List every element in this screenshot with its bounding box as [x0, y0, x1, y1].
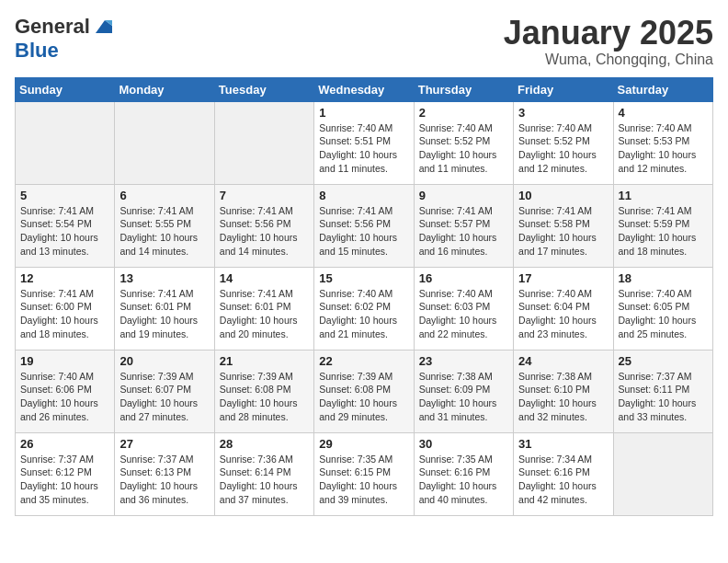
calendar-day-cell: 15Sunrise: 7:40 AM Sunset: 6:02 PM Dayli…: [314, 267, 414, 350]
calendar-day-cell: 2Sunrise: 7:40 AM Sunset: 5:52 PM Daylig…: [414, 101, 513, 184]
calendar-day-cell: 20Sunrise: 7:39 AM Sunset: 6:07 PM Dayli…: [115, 350, 214, 432]
calendar-day-header: Monday: [115, 77, 214, 101]
calendar-day-header: Thursday: [414, 77, 513, 101]
day-number: 21: [220, 354, 309, 368]
calendar-day-cell: 3Sunrise: 7:40 AM Sunset: 5:52 PM Daylig…: [514, 101, 613, 184]
calendar-header-row: SundayMondayTuesdayWednesdayThursdayFrid…: [16, 77, 713, 101]
calendar-day-cell: 4Sunrise: 7:40 AM Sunset: 5:53 PM Daylig…: [613, 101, 712, 184]
day-number: 24: [518, 354, 608, 368]
calendar-week-row: 5Sunrise: 7:41 AM Sunset: 5:54 PM Daylig…: [16, 184, 713, 267]
location: Wuma, Chongqing, China: [504, 52, 713, 68]
title-section: January 2025 Wuma, Chongqing, China: [504, 15, 713, 68]
calendar-day-cell: 5Sunrise: 7:41 AM Sunset: 5:54 PM Daylig…: [16, 184, 115, 267]
calendar-day-cell: 24Sunrise: 7:38 AM Sunset: 6:10 PM Dayli…: [514, 350, 613, 432]
day-info: Sunrise: 7:37 AM Sunset: 6:12 PM Dayligh…: [20, 453, 109, 507]
day-number: 27: [119, 437, 209, 451]
logo: General Blue: [15, 15, 112, 63]
day-info: Sunrise: 7:38 AM Sunset: 6:10 PM Dayligh…: [518, 370, 608, 424]
logo-general-text: General: [15, 15, 90, 39]
day-number: 4: [619, 106, 708, 120]
day-number: 5: [20, 189, 109, 202]
day-info: Sunrise: 7:41 AM Sunset: 5:54 PM Dayligh…: [20, 204, 109, 259]
day-number: 18: [619, 271, 708, 285]
day-number: 11: [619, 189, 708, 202]
day-number: 25: [619, 354, 708, 368]
day-number: 15: [319, 271, 408, 285]
day-info: Sunrise: 7:40 AM Sunset: 5:52 PM Dayligh…: [518, 121, 608, 176]
day-number: 1: [319, 106, 408, 120]
day-number: 17: [518, 271, 608, 285]
calendar-day-cell: 7Sunrise: 7:41 AM Sunset: 5:56 PM Daylig…: [214, 184, 313, 267]
calendar-day-cell: 9Sunrise: 7:41 AM Sunset: 5:57 PM Daylig…: [414, 184, 513, 267]
day-number: 30: [419, 437, 508, 451]
calendar-week-row: 26Sunrise: 7:37 AM Sunset: 6:12 PM Dayli…: [16, 432, 713, 515]
day-number: 12: [20, 271, 109, 285]
day-info: Sunrise: 7:38 AM Sunset: 6:09 PM Dayligh…: [419, 370, 508, 424]
day-number: 31: [518, 437, 608, 451]
day-info: Sunrise: 7:40 AM Sunset: 5:51 PM Dayligh…: [319, 121, 408, 176]
day-info: Sunrise: 7:34 AM Sunset: 6:16 PM Dayligh…: [518, 453, 608, 507]
day-number: 3: [518, 106, 608, 120]
day-info: Sunrise: 7:39 AM Sunset: 6:08 PM Dayligh…: [220, 370, 309, 424]
day-info: Sunrise: 7:41 AM Sunset: 5:55 PM Dayligh…: [119, 204, 209, 259]
day-info: Sunrise: 7:39 AM Sunset: 6:07 PM Dayligh…: [119, 370, 209, 424]
calendar-day-cell: 26Sunrise: 7:37 AM Sunset: 6:12 PM Dayli…: [16, 432, 115, 515]
day-number: 16: [419, 271, 508, 285]
day-number: 19: [20, 354, 109, 368]
day-info: Sunrise: 7:40 AM Sunset: 6:02 PM Dayligh…: [319, 287, 408, 341]
day-info: Sunrise: 7:40 AM Sunset: 6:06 PM Dayligh…: [20, 370, 109, 424]
day-number: 14: [220, 271, 309, 285]
day-info: Sunrise: 7:37 AM Sunset: 6:13 PM Dayligh…: [119, 453, 209, 507]
calendar-day-cell: 31Sunrise: 7:34 AM Sunset: 6:16 PM Dayli…: [514, 432, 613, 515]
calendar-day-cell: 23Sunrise: 7:38 AM Sunset: 6:09 PM Dayli…: [414, 350, 513, 432]
calendar-week-row: 12Sunrise: 7:41 AM Sunset: 6:00 PM Dayli…: [16, 267, 713, 350]
day-info: Sunrise: 7:39 AM Sunset: 6:08 PM Dayligh…: [319, 370, 408, 424]
day-number: 6: [119, 189, 209, 202]
month-title: January 2025: [504, 15, 713, 52]
calendar-day-cell: 30Sunrise: 7:35 AM Sunset: 6:16 PM Dayli…: [414, 432, 513, 515]
logo-icon: [92, 17, 112, 37]
calendar-day-cell: 28Sunrise: 7:36 AM Sunset: 6:14 PM Dayli…: [214, 432, 313, 515]
day-number: 26: [20, 437, 109, 451]
calendar-day-header: Friday: [514, 77, 613, 101]
day-info: Sunrise: 7:40 AM Sunset: 6:04 PM Dayligh…: [518, 287, 608, 341]
calendar-day-cell: 14Sunrise: 7:41 AM Sunset: 6:01 PM Dayli…: [214, 267, 313, 350]
day-number: 28: [220, 437, 309, 451]
day-info: Sunrise: 7:40 AM Sunset: 6:03 PM Dayligh…: [419, 287, 508, 341]
day-number: 8: [319, 189, 408, 202]
day-number: 13: [119, 271, 209, 285]
day-info: Sunrise: 7:40 AM Sunset: 5:52 PM Dayligh…: [419, 121, 508, 176]
day-info: Sunrise: 7:40 AM Sunset: 6:05 PM Dayligh…: [619, 287, 708, 341]
calendar-day-cell: [16, 101, 115, 184]
calendar-week-row: 1Sunrise: 7:40 AM Sunset: 5:51 PM Daylig…: [16, 101, 713, 184]
day-number: 2: [419, 106, 508, 120]
calendar-day-cell: 13Sunrise: 7:41 AM Sunset: 6:01 PM Dayli…: [115, 267, 214, 350]
day-number: 29: [319, 437, 408, 451]
day-info: Sunrise: 7:36 AM Sunset: 6:14 PM Dayligh…: [220, 453, 309, 507]
calendar-week-row: 19Sunrise: 7:40 AM Sunset: 6:06 PM Dayli…: [16, 350, 713, 432]
day-number: 20: [119, 354, 209, 368]
calendar-day-cell: 18Sunrise: 7:40 AM Sunset: 6:05 PM Dayli…: [613, 267, 712, 350]
day-number: 7: [220, 189, 309, 202]
day-number: 10: [518, 189, 608, 202]
calendar-table: SundayMondayTuesdayWednesdayThursdayFrid…: [15, 77, 713, 516]
day-info: Sunrise: 7:37 AM Sunset: 6:11 PM Dayligh…: [619, 370, 708, 424]
day-number: 9: [419, 189, 508, 202]
calendar-day-header: Wednesday: [314, 77, 414, 101]
calendar-day-cell: 21Sunrise: 7:39 AM Sunset: 6:08 PM Dayli…: [214, 350, 313, 432]
calendar-day-cell: 29Sunrise: 7:35 AM Sunset: 6:15 PM Dayli…: [314, 432, 414, 515]
calendar-day-header: Sunday: [16, 77, 115, 101]
logo-blue-text: Blue: [15, 39, 59, 63]
day-info: Sunrise: 7:40 AM Sunset: 5:53 PM Dayligh…: [619, 121, 708, 176]
calendar-day-cell: 1Sunrise: 7:40 AM Sunset: 5:51 PM Daylig…: [314, 101, 414, 184]
day-info: Sunrise: 7:41 AM Sunset: 6:00 PM Dayligh…: [20, 287, 109, 341]
calendar-day-cell: 27Sunrise: 7:37 AM Sunset: 6:13 PM Dayli…: [115, 432, 214, 515]
calendar-day-cell: 25Sunrise: 7:37 AM Sunset: 6:11 PM Dayli…: [613, 350, 712, 432]
calendar-day-cell: 12Sunrise: 7:41 AM Sunset: 6:00 PM Dayli…: [16, 267, 115, 350]
calendar-day-cell: 11Sunrise: 7:41 AM Sunset: 5:59 PM Dayli…: [613, 184, 712, 267]
day-number: 23: [419, 354, 508, 368]
day-info: Sunrise: 7:41 AM Sunset: 5:59 PM Dayligh…: [619, 204, 708, 259]
day-info: Sunrise: 7:35 AM Sunset: 6:15 PM Dayligh…: [319, 453, 408, 507]
calendar-day-cell: [214, 101, 313, 184]
calendar-day-header: Saturday: [613, 77, 712, 101]
